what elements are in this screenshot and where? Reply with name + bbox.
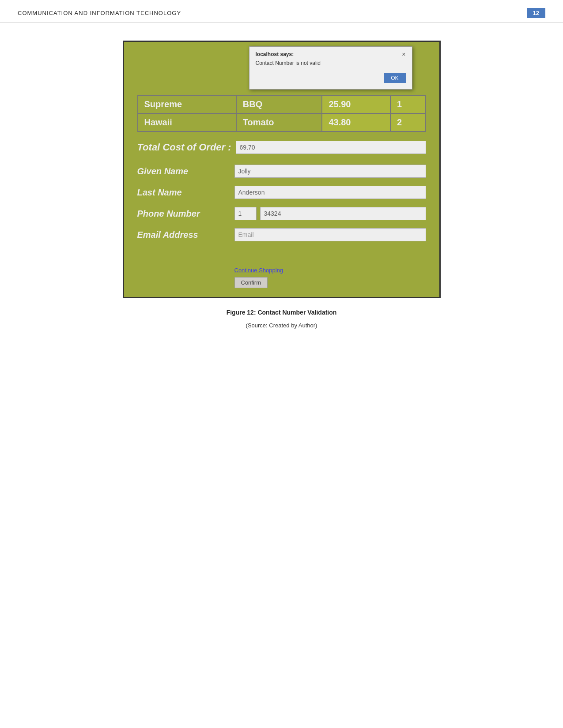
- page-title: COMMUNICATION AND INFORMATION TECHNOLOGY: [18, 10, 181, 16]
- page-header: COMMUNICATION AND INFORMATION TECHNOLOGY…: [0, 0, 563, 23]
- app-screenshot: localhost says: × Contact Number is not …: [123, 41, 441, 298]
- dialog-ok-button[interactable]: OK: [384, 73, 405, 83]
- dialog-message: Contact Number is not valid: [256, 60, 406, 66]
- dialog-title: localhost says:: [256, 51, 294, 57]
- figure-source: (Source: Created by Author): [246, 322, 317, 329]
- close-icon[interactable]: ×: [402, 51, 405, 57]
- dialog-box: localhost says: × Contact Number is not …: [249, 46, 412, 90]
- page-number: 12: [527, 8, 545, 18]
- dialog-overlay: localhost says: × Contact Number is not …: [124, 42, 439, 297]
- main-content: localhost says: × Contact Number is not …: [0, 23, 563, 329]
- dialog-header: localhost says: ×: [256, 51, 406, 60]
- figure-caption: Figure 12: Contact Number Validation: [227, 309, 337, 316]
